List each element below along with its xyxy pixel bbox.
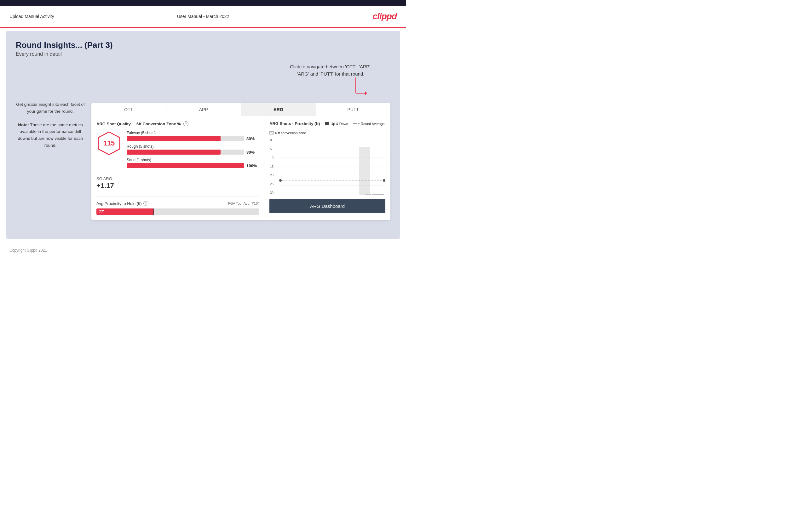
proximity-info-icon[interactable]: ? — [143, 201, 148, 206]
shot-quality-label: ARG Shot Quality — [96, 122, 131, 126]
proximity-value: 77' — [99, 210, 104, 214]
card-body: ARG Shot Quality 6ft Conversion Zone % ?… — [91, 116, 391, 220]
proximity-cursor — [153, 209, 154, 215]
dashed-line: 8 — [279, 180, 385, 180]
fairway-label: Fairway (5 shots) — [127, 131, 259, 135]
shot-row-rough: Rough (5 shots) 80% — [127, 144, 259, 155]
fairway-bar-fill — [127, 136, 220, 141]
arg-dashboard-button[interactable]: ARG Dashboard — [269, 199, 385, 213]
shot-bars: Fairway (5 shots) 80% Rou — [127, 131, 259, 171]
header: Upload Manual Activity User Manual - Mar… — [0, 6, 406, 28]
page-title: Round Insights... (Part 3) — [16, 40, 391, 50]
hex-number: 115 — [103, 139, 115, 148]
annotation-top: Click to navigate between 'OTT', 'APP','… — [91, 63, 371, 102]
shot-row-fairway: Fairway (5 shots) 80% — [127, 131, 259, 141]
sand-pct: 100% — [246, 163, 259, 168]
sand-label: Sand (1 shots) — [127, 158, 259, 162]
legend-round-avg: Round Average — [353, 122, 385, 126]
footer: Copyright Clippd 2021 — [0, 242, 406, 259]
tabs-row: OTT APP ARG PUTT — [91, 103, 391, 116]
rough-label: Rough (5 shots) — [127, 144, 259, 149]
copyright: Copyright Clippd 2021 — [9, 248, 47, 252]
chart-container: 30 25 20 15 10 5 0 — [279, 138, 385, 195]
fairway-pct: 80% — [246, 136, 259, 141]
annotation-arrow — [353, 77, 371, 100]
hex-container: 115 Fairway (5 shots) 80% — [96, 131, 259, 171]
sg-label: SG ARG — [96, 176, 259, 181]
rough-bar-fill — [127, 150, 220, 155]
sg-section: SG ARG +1.17 — [96, 176, 259, 190]
fairway-bar-track — [127, 136, 244, 141]
chart-y-labels: 30 25 20 15 10 5 0 — [270, 138, 273, 195]
upload-label[interactable]: Upload Manual Activity — [9, 14, 54, 19]
instruction-text: Get greater insight into each facet of y… — [16, 101, 85, 149]
highlight-bar — [359, 147, 370, 195]
legend-up-down: Up & Down — [325, 122, 348, 126]
svg-marker-2 — [365, 91, 367, 95]
proximity-bar-fill: 77' — [96, 209, 153, 215]
left-panel: Get greater insight into each facet of y… — [16, 63, 85, 149]
section-header: ARG Shot Quality 6ft Conversion Zone % ? — [96, 121, 259, 126]
logo: clippd — [373, 11, 397, 21]
sand-bar-track — [127, 163, 244, 168]
legend-conversion-zone: 6 ft conversion zone — [269, 131, 306, 135]
rough-pct: 80% — [246, 150, 259, 155]
pga-avg: ↑ PGA Tour Avg: 7'10" — [225, 202, 259, 205]
main-content: Round Insights... (Part 3) Every round i… — [6, 31, 400, 239]
dashboard-card: OTT APP ARG PUTT ARG Shot Quality 6ft Co… — [91, 103, 391, 220]
chart-header: ARG Shots - Proximity (ft) Up & Down Rou… — [269, 121, 385, 135]
info-icon[interactable]: ? — [184, 121, 189, 126]
sand-bar-fill — [127, 163, 244, 168]
rough-bar-track — [127, 150, 244, 155]
shot-row-sand: Sand (1 shots) 100% — [127, 158, 259, 168]
top-bar — [0, 0, 406, 6]
page-subtitle: Every round in detail — [16, 51, 391, 57]
tab-ott[interactable]: OTT — [91, 103, 166, 116]
chart-title: ARG Shots - Proximity (ft) — [269, 121, 320, 126]
manual-label: User Manual - March 2022 — [177, 14, 230, 19]
left-section: ARG Shot Quality 6ft Conversion Zone % ?… — [91, 116, 264, 220]
proximity-bar-track: 77' — [96, 209, 259, 215]
annotation-text: Click to navigate between 'OTT', 'APP','… — [290, 63, 371, 77]
chart-area: 8 — [279, 138, 385, 195]
conversion-zone-label: 6ft Conversion Zone % — [137, 122, 181, 126]
tab-arg[interactable]: ARG — [241, 103, 316, 116]
tab-app[interactable]: APP — [166, 103, 241, 116]
right-section: ARG Shots - Proximity (ft) Up & Down Rou… — [264, 116, 391, 220]
sg-value: +1.17 — [96, 182, 259, 190]
tab-putt[interactable]: PUTT — [316, 103, 391, 116]
annotation-wrapper: Click to navigate between 'OTT', 'APP','… — [91, 63, 391, 220]
proximity-label: Avg Proximity to Hole (ft) — [96, 201, 142, 206]
hexagon-score: 115 — [96, 131, 121, 156]
proximity-section: Avg Proximity to Hole (ft) ? ↑ PGA Tour … — [96, 196, 259, 215]
